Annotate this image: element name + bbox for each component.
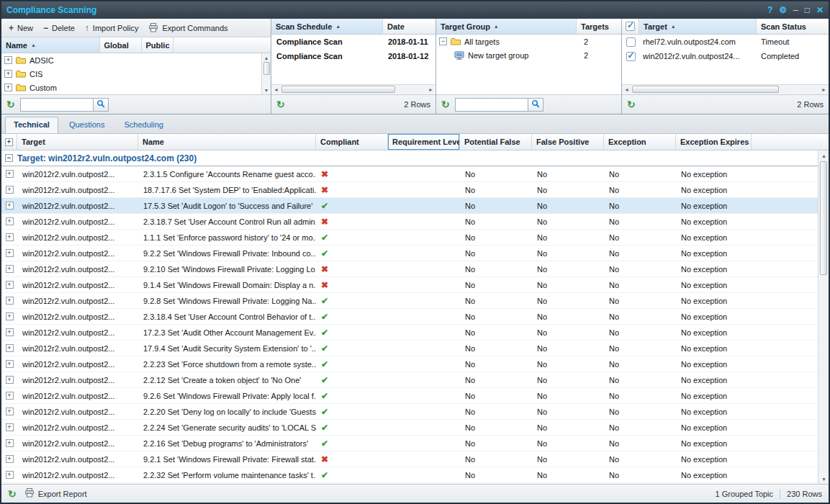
column-header-target-group[interactable]: Target Group ▲ [436,19,577,34]
scroll-up-icon[interactable]: ▲ [262,53,271,62]
row-expand-icon[interactable]: + [6,423,14,431]
result-row[interactable]: +win2012r2.vuln.outpost2...2.2.16 Set 'D… [1,436,818,451]
column-header-name[interactable]: Name [138,134,316,150]
result-row[interactable]: +win2012r2.vuln.outpost2...2.3.18.7 Set … [1,214,818,230]
result-row[interactable]: +win2012r2.vuln.outpost2...9.2.8 Set 'Wi… [1,293,818,309]
result-row[interactable]: +win2012r2.vuln.outpost2...9.2.10 Set 'W… [1,261,818,277]
close-icon[interactable]: ✕ [816,6,824,14]
result-row[interactable]: +win2012r2.vuln.outpost2...17.9.4 Set 'A… [1,341,818,356]
scroll-up-icon[interactable]: ▲ [818,150,829,161]
target-group-search-input[interactable] [455,98,528,112]
tab-scheduling[interactable]: Scheduling [115,117,171,133]
column-header-scan-schedule[interactable]: Scan Schedule ▲ [271,19,383,34]
refresh-icon[interactable]: ↻ [276,99,285,109]
policy-tree-item[interactable]: +ADSIC [1,53,271,67]
policy-tree-item[interactable]: +Custom [1,81,271,94]
target-group-search-button[interactable] [528,98,543,112]
target-row[interactable]: win2012r2.vuln.outpost24...Completed [622,49,829,63]
result-row[interactable]: +win2012r2.vuln.outpost2...2.2.32 Set 'P… [1,467,818,483]
gear-icon[interactable]: ⚙ [779,6,787,14]
refresh-icon[interactable]: ↻ [627,99,636,109]
column-header-target[interactable]: Target [17,134,138,150]
scroll-thumb[interactable] [632,86,779,93]
column-header-target[interactable]: Target ▲ [639,19,757,34]
result-row[interactable]: +win2012r2.vuln.outpost2...9.2.6 Set 'Wi… [1,388,818,404]
policy-vscrollbar[interactable]: ▲ ▼ [261,53,271,94]
policy-search-button[interactable] [94,98,109,112]
schedule-row[interactable]: Compliance Scan2018-01-11 [271,35,436,49]
column-header-false-positive[interactable]: False Positive [532,134,604,150]
scroll-down-icon[interactable]: ▼ [262,86,271,94]
result-row[interactable]: +win2012r2.vuln.outpost2...2.3.1.5 Confi… [1,166,818,182]
tab-questions[interactable]: Questions [60,117,114,133]
row-expand-icon[interactable]: + [6,281,14,289]
select-all-checkbox[interactable] [626,22,635,31]
row-expand-icon[interactable]: + [6,312,14,320]
scroll-down-icon[interactable]: ▼ [818,474,829,484]
import-policy-button[interactable]: ↑ Import Policy [81,22,143,35]
target-group-item[interactable]: −All targets2 [436,35,621,48]
result-row[interactable]: +win2012r2.vuln.outpost2...18.7.17.6 Set… [1,182,818,198]
row-expand-icon[interactable]: + [6,328,14,336]
delete-button[interactable]: − Delete [39,22,79,35]
row-expand-icon[interactable]: + [6,344,14,352]
column-header-scan-status[interactable]: Scan Status [757,19,829,34]
scroll-right-icon[interactable]: ► [426,85,436,94]
schedule-row[interactable]: Compliance Scan2018-01-12 [271,49,436,63]
refresh-icon[interactable]: ↻ [441,99,450,109]
policy-tree-item[interactable]: +CIS [1,67,271,81]
row-expand-icon[interactable]: + [6,170,14,178]
scroll-thumb[interactable] [281,86,395,93]
result-row[interactable]: +win2012r2.vuln.outpost2...9.2.2 Set 'Wi… [1,246,818,261]
column-header-requirement-level[interactable]: Requirement Level [388,134,460,150]
column-header-exception-expires[interactable]: Exception Expires [676,134,752,150]
policy-search-input[interactable] [20,98,94,112]
result-row[interactable]: +win2012r2.vuln.outpost2...2.2.12 Set 'C… [1,372,818,388]
row-expand-icon[interactable]: + [6,408,14,415]
scroll-track[interactable] [281,85,426,94]
new-button[interactable]: + New [4,22,37,35]
row-expand-icon[interactable]: + [6,297,14,305]
export-report-button[interactable]: Export Report [22,487,90,500]
scroll-thumb[interactable] [263,62,270,75]
column-header-potential-false[interactable]: Potential False [460,134,532,150]
column-header-name[interactable]: Name ▲ [1,37,100,53]
row-expand-icon[interactable]: + [6,360,14,368]
row-expand-icon[interactable]: + [6,249,14,257]
row-expand-icon[interactable]: + [6,376,14,384]
group-row[interactable]: − Target: win2012r2.vuln.outpost24.com (… [1,150,818,166]
result-row[interactable]: +win2012r2.vuln.outpost2...2.2.24 Set 'G… [1,420,818,436]
scroll-left-icon[interactable]: ◄ [271,85,281,94]
results-vscrollbar[interactable]: ▲ ▼ [818,150,829,484]
row-expand-icon[interactable]: + [6,471,14,479]
target-row[interactable]: rhel72.vuln.outpost24.comTimeout [622,35,829,49]
target-checkbox[interactable] [626,52,636,61]
result-row[interactable]: +win2012r2.vuln.outpost2...17.5.3 Set 'A… [1,198,818,214]
row-expand-icon[interactable]: + [6,217,14,225]
row-expand-icon[interactable]: + [6,455,14,463]
result-row[interactable]: +win2012r2.vuln.outpost2...1.1.1 Set 'En… [1,230,818,246]
row-expand-icon[interactable]: + [6,392,14,400]
expand-icon[interactable]: + [4,70,12,78]
collapse-icon[interactable]: − [5,154,13,162]
row-expand-icon[interactable]: + [6,186,14,194]
targets-hscrollbar[interactable]: ◄ ► [622,84,829,94]
result-row[interactable]: +win2012r2.vuln.outpost2...2.2.23 Set 'F… [1,356,818,372]
result-row[interactable]: +win2012r2.vuln.outpost2...17.2.3 Set 'A… [1,325,818,341]
column-header-public[interactable]: Public [142,37,173,53]
scroll-right-icon[interactable]: ► [819,85,829,94]
result-row[interactable]: +win2012r2.vuln.outpost2...2.2.20 Set 'D… [1,404,818,420]
help-icon[interactable]: ? [767,6,772,14]
column-header-date[interactable]: Date [383,19,436,34]
result-row[interactable]: +win2012r2.vuln.outpost2...2.3.18.4 Set … [1,309,818,325]
target-group-item[interactable]: New target group2 [436,48,621,62]
maximize-icon[interactable]: □ [805,6,810,14]
result-row[interactable]: +win2012r2.vuln.outpost2...9.1.4 Set 'Wi… [1,277,818,293]
result-row[interactable]: +win2012r2.vuln.outpost2...9.2.1 Set 'Wi… [1,451,818,467]
scroll-thumb[interactable] [820,161,827,275]
expand-icon[interactable]: + [4,56,12,64]
tab-technical[interactable]: Technical [5,117,58,133]
column-header-global[interactable]: Global [100,37,142,53]
column-header-targets[interactable]: Targets [577,19,621,34]
row-expand-icon[interactable]: + [6,265,14,273]
